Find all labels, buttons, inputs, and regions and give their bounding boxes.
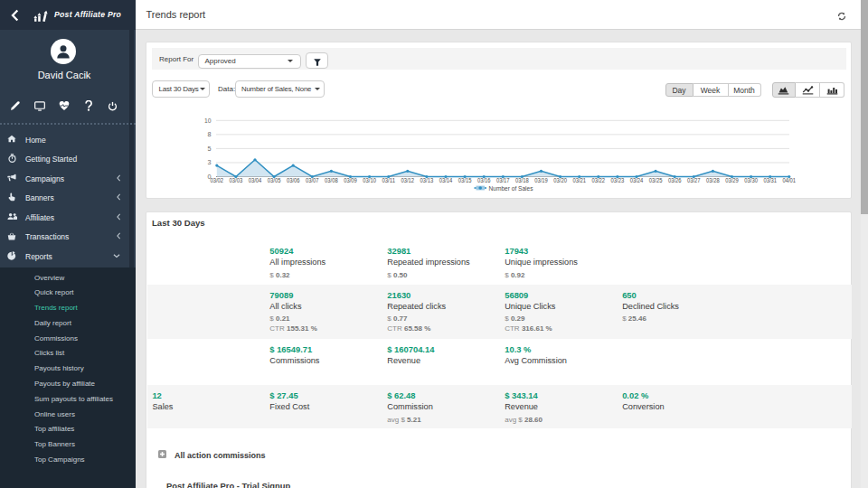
svg-text:03/04: 03/04	[248, 177, 261, 183]
svg-text:10: 10	[204, 117, 212, 125]
svg-text:3: 3	[207, 158, 211, 166]
svg-text:03/18: 03/18	[515, 177, 529, 183]
svg-text:04/01: 04/01	[782, 177, 796, 183]
svg-text:03/07: 03/07	[306, 177, 319, 183]
svg-text:03/30: 03/30	[744, 177, 758, 183]
svg-text:03/28: 03/28	[706, 177, 720, 183]
svg-text:03/27: 03/27	[687, 177, 701, 183]
svg-text:03/22: 03/22	[591, 177, 605, 183]
svg-text:03/05: 03/05	[267, 177, 280, 183]
svg-text:03/10: 03/10	[363, 177, 376, 183]
svg-text:03/02: 03/02	[210, 177, 223, 183]
svg-text:03/24: 03/24	[629, 177, 643, 183]
svg-text:Number of Sales: Number of Sales	[488, 184, 533, 192]
svg-text:03/13: 03/13	[420, 177, 433, 183]
svg-text:03/23: 03/23	[610, 177, 624, 183]
svg-text:03/06: 03/06	[286, 177, 299, 183]
svg-text:03/12: 03/12	[401, 177, 414, 183]
svg-text:03/25: 03/25	[648, 177, 662, 183]
svg-text:03/15: 03/15	[458, 177, 471, 183]
svg-text:03/14: 03/14	[439, 177, 452, 183]
svg-text:03/16: 03/16	[476, 177, 490, 183]
svg-text:03/31: 03/31	[763, 177, 777, 183]
svg-text:03/20: 03/20	[553, 177, 567, 183]
svg-text:03/09: 03/09	[344, 177, 357, 183]
svg-text:03/08: 03/08	[325, 177, 338, 183]
svg-text:03/26: 03/26	[667, 177, 681, 183]
svg-text:03/21: 03/21	[572, 177, 586, 183]
svg-text:03/29: 03/29	[725, 177, 739, 183]
svg-text:03/17: 03/17	[496, 177, 510, 183]
svg-text:5: 5	[207, 145, 211, 153]
svg-text:8: 8	[207, 130, 211, 138]
svg-text:03/03: 03/03	[229, 177, 242, 183]
svg-text:03/11: 03/11	[382, 177, 395, 183]
svg-text:03/19: 03/19	[534, 177, 548, 183]
